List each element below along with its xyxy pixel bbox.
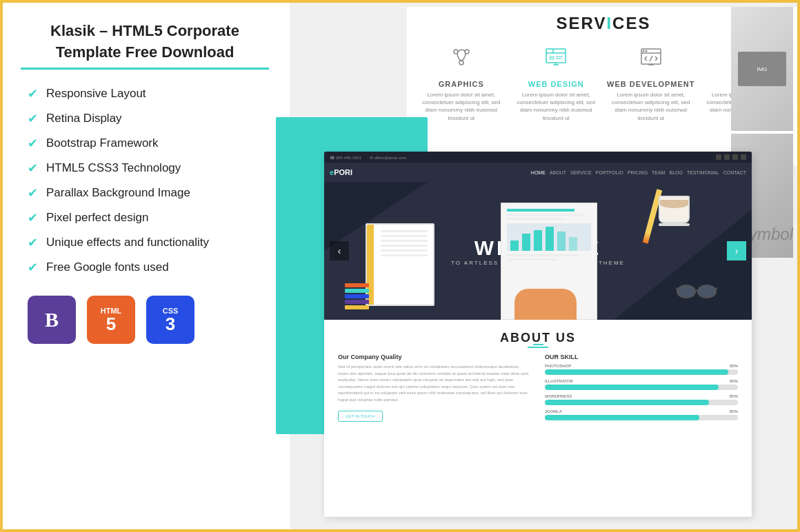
nav-blog[interactable]: BLOG [670, 170, 683, 175]
right-img1-content: IMG [738, 52, 786, 86]
tablet-bar [507, 209, 574, 212]
svg-point-14 [645, 50, 647, 52]
hero-prev-arrow[interactable]: ‹ [330, 241, 349, 260]
graphics-desc: Lorem ipsum dolor sit amet, consectetuer… [417, 91, 506, 122]
check-icon: ✔ [28, 185, 38, 201]
html5-badge: HTML 5 [87, 296, 135, 344]
nav-home[interactable]: HOME [531, 170, 546, 175]
nav-testimonial[interactable]: TESTIMONIAL [687, 170, 719, 175]
graphics-icon-wrap [417, 40, 506, 74]
webdesign-icon [542, 43, 570, 71]
skill-photoshop-track [545, 369, 738, 375]
about-right: OUR SKILL PHOTOSHOP 95% ILLUSTRATOR 90% [545, 354, 738, 424]
list-item: ✔ HTML5 CSS3 Technology [28, 161, 269, 176]
skill-joomla-track [545, 415, 738, 420]
skill-wordpress-fill [545, 400, 709, 405]
bootstrap-badge: B [28, 296, 76, 344]
contact-bar: ☎ 305-445-3301 ✉ office@done.com [324, 152, 752, 163]
tablet-line [507, 214, 583, 216]
about-section: ABOUT US Our Company Quality Sed ut pers… [324, 320, 752, 436]
mockup-navbar: ePORI HOME ABOUT SERVICE PORTFOLIO PRICI… [324, 163, 752, 182]
check-icon: ✔ [28, 235, 38, 250]
list-item: ✔ Parallax Background Image [28, 185, 269, 201]
skill-photoshop-fill [545, 369, 728, 375]
hero-glasses [676, 283, 717, 303]
hero-section: WELCOME TO ARTLESS 100% RESPONSIVE PORI … [324, 182, 752, 320]
hero-next-arrow[interactable]: › [727, 241, 746, 260]
phone-text: ☎ 305-445-3301 [330, 155, 361, 160]
graphics-icon [448, 43, 475, 71]
nav-contact[interactable]: CONTACT [723, 170, 746, 175]
skill-joomla-label: JOOMLA 80% [545, 409, 738, 413]
nav-pricing[interactable]: PRICING [628, 170, 648, 175]
graphics-label: GRAPHICS [417, 80, 506, 88]
svg-line-17 [650, 56, 652, 61]
skill-photoshop: PHOTOSHOP 95% [545, 364, 738, 375]
nav-service[interactable]: SERVICE [570, 170, 592, 175]
webdesign-icon-wrap [511, 40, 601, 74]
email-text: ✉ office@done.com [370, 155, 406, 160]
check-icon: ✔ [28, 210, 38, 225]
service-webdev: WEB DEVELOPMENT Lorem ipsum dolor sit am… [606, 40, 696, 122]
skill-joomla: JOOMLA 80% [545, 409, 738, 420]
svg-rect-6 [549, 56, 554, 60]
check-icon: ✔ [28, 86, 38, 101]
skill-illustrator-label: ILLUSTRATOR 90% [545, 379, 738, 383]
glasses-svg [676, 283, 717, 300]
svg-line-31 [676, 288, 677, 289]
website-mockup: ☎ 305-445-3301 ✉ office@done.com ePORI H… [324, 152, 752, 517]
title-area: Klasik – HTML5 Corporate Template Free D… [21, 21, 269, 70]
svg-point-2 [459, 61, 463, 65]
social-icon-t [724, 154, 730, 160]
svg-point-29 [698, 285, 716, 298]
company-text: Sed ut perspiciatis unde omnis iste natu… [338, 364, 531, 404]
list-item: ✔ Pixel perfect design [28, 210, 269, 225]
check-icon: ✔ [28, 111, 38, 126]
check-icon: ✔ [28, 136, 38, 151]
skill-illustrator: ILLUSTRATOR 90% [545, 379, 738, 390]
get-in-touch-btn[interactable]: GET IN TOUCH [338, 411, 383, 422]
svg-point-13 [642, 50, 644, 52]
nav-team[interactable]: TEAM [652, 170, 665, 175]
coffee-liquid [660, 200, 688, 208]
company-quality-title: Our Company Quality [338, 354, 531, 360]
webdev-icon-wrap [606, 40, 696, 74]
skill-illustrator-fill [545, 385, 719, 390]
check-icon: ✔ [28, 260, 38, 275]
social-icon-f [716, 154, 721, 160]
list-item: ✔ Responsive Layout [28, 86, 269, 101]
tech-badges: B HTML 5 CSS 3 [28, 296, 269, 344]
skill-wordpress-label: WORDPRESS 85% [545, 394, 738, 398]
swatch-teal [345, 289, 369, 293]
about-title: ABOUT US [338, 331, 738, 345]
check-icon: ✔ [28, 161, 38, 176]
svg-point-28 [677, 285, 695, 298]
html-num: 5 [106, 315, 116, 333]
skills-title: OUR SKILL [545, 354, 738, 360]
social-icons [716, 154, 746, 160]
color-swatches [345, 283, 369, 309]
service-webdesign: WEB DESIGN Lorem ipsum dolor sit amet, c… [511, 40, 601, 122]
skill-wordpress: WORDPRESS 85% [545, 394, 738, 405]
coffee-cup [659, 196, 690, 223]
title-underline [21, 68, 269, 70]
webdev-label: WEB DEVELOPMENT [606, 80, 696, 88]
about-left: Our Company Quality Sed ut perspiciatis … [338, 354, 531, 424]
left-panel: Klasik – HTML5 Corporate Template Free D… [0, 0, 290, 532]
services-accent: I [606, 14, 612, 32]
webdesign-label: WEB DESIGN [511, 80, 601, 88]
nav-portfolio[interactable]: PORTFOLIO [596, 170, 623, 175]
svg-rect-3 [546, 49, 566, 63]
webdev-icon [637, 43, 665, 71]
swatch-blue [345, 294, 369, 298]
tablet-line [507, 218, 566, 220]
about-columns: Our Company Quality Sed ut perspiciatis … [338, 354, 738, 424]
swatch-orange [345, 283, 369, 287]
hero-bg-shape [614, 209, 752, 320]
service-graphics: GRAPHICS Lorem ipsum dolor sit amet, con… [417, 40, 506, 122]
nav-about[interactable]: ABOUT [550, 170, 566, 175]
hero-hand [514, 289, 577, 320]
skill-illustrator-track [545, 385, 738, 390]
social-icon-in [741, 154, 746, 160]
css-num: 3 [166, 315, 175, 333]
